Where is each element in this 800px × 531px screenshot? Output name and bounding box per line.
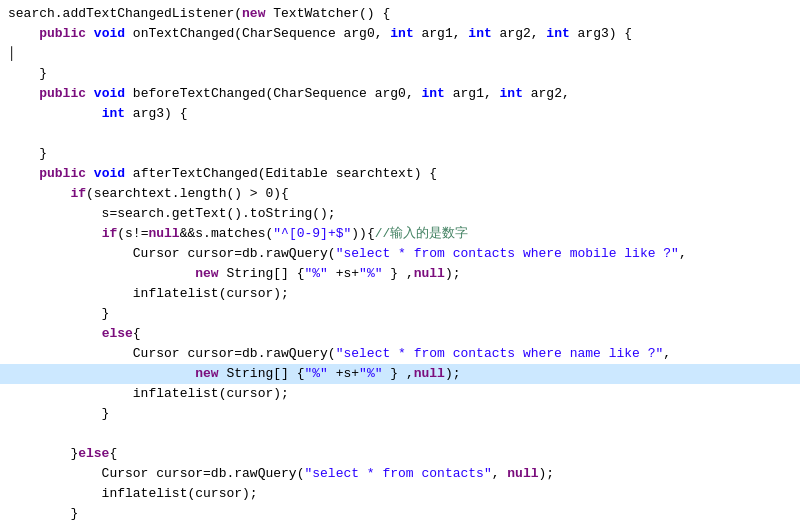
line-content: public void onTextChanged(CharSequence a…: [8, 24, 792, 44]
line-content: │: [8, 44, 792, 64]
code-token: "%": [304, 366, 327, 381]
line-content: int arg3) {: [8, 104, 792, 124]
code-token: "^[0-9]+$": [273, 226, 351, 241]
code-token: arg2,: [492, 26, 547, 41]
line-content: }: [8, 304, 792, 324]
code-line: int arg3) {: [0, 104, 800, 124]
code-token: else: [78, 446, 109, 461]
code-line: Cursor cursor=db.rawQuery("select * from…: [0, 344, 800, 364]
code-token: ,: [663, 346, 671, 361]
code-token: s=search.getText().toString();: [8, 206, 336, 221]
code-token: arg2,: [523, 86, 570, 101]
code-token: "%": [359, 366, 382, 381]
code-token: "select * from contacts where name like …: [336, 346, 664, 361]
code-token: }: [8, 406, 109, 421]
code-token: null: [148, 226, 179, 241]
code-token: public: [39, 166, 86, 181]
line-content: new String[] {"%" +s+"%" } ,null);: [8, 364, 792, 384]
code-token: inflatelist(cursor);: [8, 286, 289, 301]
code-token: String[] {: [219, 366, 305, 381]
code-line: search.addTextChangedListener(new TextWa…: [0, 4, 800, 24]
code-token: null: [507, 466, 538, 481]
code-token: );: [539, 466, 555, 481]
code-token: }: [8, 146, 47, 161]
code-token: null: [414, 366, 445, 381]
code-token: Cursor cursor=db.rawQuery(: [8, 466, 304, 481]
code-token: (s!=: [117, 226, 148, 241]
code-token: }: [8, 66, 47, 81]
line-content: inflatelist(cursor);: [8, 384, 792, 404]
code-token: else: [102, 326, 133, 341]
code-token: )){: [351, 226, 374, 241]
code-token: arg1,: [414, 26, 469, 41]
code-token: [8, 226, 102, 241]
line-content: }: [8, 404, 792, 424]
code-token: new: [195, 366, 218, 381]
code-line: new String[] {"%" +s+"%" } ,null);: [0, 264, 800, 284]
code-token: [8, 26, 39, 41]
code-token: afterTextChanged(Editable searchtext) {: [125, 166, 437, 181]
code-token: [86, 166, 94, 181]
code-token: arg3) {: [125, 106, 187, 121]
code-token: &&s.matches(: [180, 226, 274, 241]
code-line: }: [0, 304, 800, 324]
code-token: int: [390, 26, 413, 41]
code-token: beforeTextChanged(CharSequence arg0,: [125, 86, 421, 101]
code-token: arg1,: [445, 86, 500, 101]
code-token: [86, 86, 94, 101]
code-token: public: [39, 86, 86, 101]
code-token: }: [8, 506, 78, 521]
line-content: new String[] {"%" +s+"%" } ,null);: [8, 264, 792, 284]
code-line: if(searchtext.length() > 0){: [0, 184, 800, 204]
code-token: String[] {: [219, 266, 305, 281]
code-token: arg3) {: [570, 26, 632, 41]
line-content: Cursor cursor=db.rawQuery("select * from…: [8, 244, 792, 264]
code-token: [8, 106, 102, 121]
code-token: inflatelist(cursor);: [8, 486, 258, 501]
code-line: Cursor cursor=db.rawQuery("select * from…: [0, 464, 800, 484]
line-content: inflatelist(cursor);: [8, 284, 792, 304]
code-token: │: [8, 46, 16, 61]
line-content: Cursor cursor=db.rawQuery("select * from…: [8, 464, 792, 484]
code-line: if(s!=null&&s.matches("^[0-9]+$")){//输入的…: [0, 224, 800, 244]
code-line: inflatelist(cursor);: [0, 384, 800, 404]
code-line: [0, 124, 800, 144]
code-content: search.addTextChangedListener(new TextWa…: [0, 4, 800, 531]
code-line: public void afterTextChanged(Editable se…: [0, 164, 800, 184]
code-token: if: [102, 226, 118, 241]
code-token: int: [500, 86, 523, 101]
line-content: Cursor cursor=db.rawQuery("select * from…: [8, 344, 792, 364]
code-token: //输入的是数字: [375, 226, 469, 241]
code-line: inflatelist(cursor);: [0, 484, 800, 504]
code-token: int: [468, 26, 491, 41]
code-token: null: [414, 266, 445, 281]
code-token: [8, 166, 39, 181]
code-token: int: [546, 26, 569, 41]
code-line: Cursor cursor=db.rawQuery("select * from…: [0, 244, 800, 264]
line-content: else{: [8, 324, 792, 344]
code-token: new: [242, 6, 265, 21]
code-token: ,: [492, 466, 508, 481]
code-token: {: [133, 326, 141, 341]
code-token: public: [39, 26, 86, 41]
code-line: }: [0, 404, 800, 424]
line-content: s=search.getText().toString();: [8, 204, 792, 224]
code-token: "select * from contacts where mobile lik…: [336, 246, 679, 261]
code-token: }: [8, 446, 78, 461]
code-line: public void beforeTextChanged(CharSequen…: [0, 84, 800, 104]
code-line: public void onTextChanged(CharSequence a…: [0, 24, 800, 44]
code-token: [86, 26, 94, 41]
code-token: );: [445, 266, 461, 281]
code-editor: search.addTextChangedListener(new TextWa…: [0, 0, 800, 531]
code-token: if: [70, 186, 86, 201]
code-token: [8, 326, 102, 341]
code-token: onTextChanged(CharSequence arg0,: [125, 26, 390, 41]
code-token: void: [94, 26, 125, 41]
code-line: }: [0, 64, 800, 84]
code-token: Cursor cursor=db.rawQuery(: [8, 246, 336, 261]
code-token: {: [109, 446, 117, 461]
code-line: else{: [0, 324, 800, 344]
code-line: │: [0, 44, 800, 64]
code-token: "%": [304, 266, 327, 281]
line-content: search.addTextChangedListener(new TextWa…: [8, 4, 792, 24]
